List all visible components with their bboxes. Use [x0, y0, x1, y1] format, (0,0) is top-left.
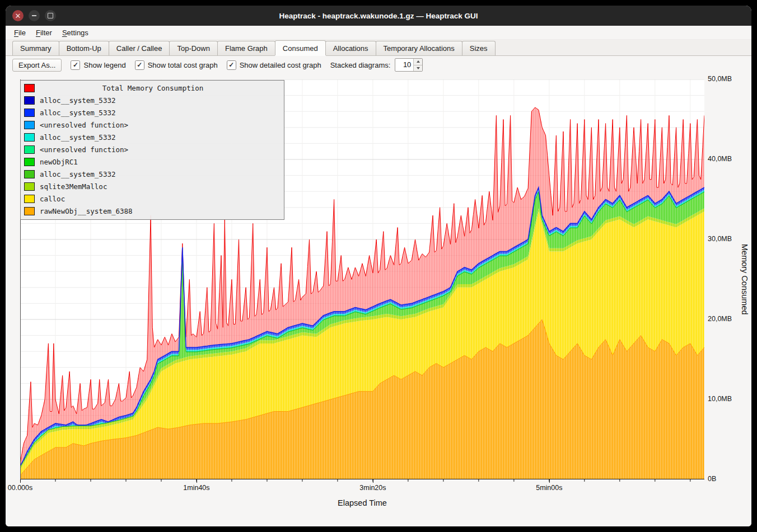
- legend-label: alloc__system_5332: [40, 133, 115, 142]
- legend-item: alloc__system_5332: [21, 106, 284, 119]
- tab-bottom-up[interactable]: Bottom-Up: [59, 41, 109, 55]
- x-axis-title: Elapsed Time: [20, 498, 704, 507]
- legend-swatch: [24, 145, 35, 154]
- memory-consumption-chart[interactable]: Total Memory Consumptionalloc__system_53…: [20, 79, 704, 479]
- titlebar: ✕ Heaptrack - heaptrack.wakunode.1.gz — …: [6, 6, 751, 26]
- x-tick-label: 00.000s: [8, 484, 32, 492]
- tab-sizes[interactable]: Sizes: [462, 41, 496, 55]
- checkbox-label: Show total cost graph: [148, 61, 218, 69]
- y-tick-label: 0B: [708, 475, 716, 483]
- tab-caller-callee[interactable]: Caller / Callee: [109, 41, 170, 55]
- legend-item: alloc__system_5332: [21, 168, 284, 180]
- legend-item: calloc: [21, 192, 284, 205]
- close-icon[interactable]: ✕: [12, 10, 24, 21]
- toolbar-checkboxes: ✓Show legend✓Show total cost graph✓Show …: [71, 60, 321, 70]
- legend-swatch: [24, 109, 35, 117]
- tab-summary[interactable]: Summary: [12, 41, 59, 55]
- legend-title-row: Total Memory Consumption: [21, 82, 284, 94]
- stacked-diagrams-spinner[interactable]: 10: [395, 58, 423, 72]
- menu-settings[interactable]: Settings: [57, 27, 94, 38]
- legend-swatch: [24, 182, 35, 191]
- y-tick-label: 20,0MB: [708, 315, 732, 323]
- x-tick-label: 3min20s: [359, 484, 386, 492]
- menu-file[interactable]: File: [9, 27, 31, 38]
- legend-label: sqlite3MemMalloc: [40, 182, 107, 191]
- spinner-down-icon[interactable]: [414, 65, 422, 72]
- maximize-icon[interactable]: [45, 10, 56, 21]
- y-tick-label: 10,0MB: [708, 395, 732, 403]
- menu-filter[interactable]: Filter: [31, 27, 57, 38]
- legend-item: newObjRC1: [21, 156, 284, 168]
- legend-label: rawNewObj__system_6388: [40, 207, 133, 215]
- spinner-buttons: [413, 59, 422, 71]
- tab-temporary-allocations[interactable]: Temporary Allocations: [376, 41, 462, 55]
- x-tick-label: 1min40s: [183, 484, 209, 492]
- legend-item: <unresolved function>: [21, 143, 284, 156]
- spinner-up-icon[interactable]: [414, 59, 422, 65]
- window-title: Heaptrack - heaptrack.wakunode.1.gz — He…: [6, 12, 751, 20]
- legend-item: rawNewObj__system_6388: [21, 205, 284, 217]
- tab-top-down[interactable]: Top-Down: [169, 41, 218, 55]
- checkbox-show-detailed-cost-graph[interactable]: ✓Show detailed cost graph: [227, 60, 321, 70]
- checkbox-label: Show legend: [83, 61, 125, 69]
- checkbox-show-legend[interactable]: ✓Show legend: [71, 60, 125, 70]
- legend-label: <unresolved function>: [40, 145, 128, 154]
- legend-label: <unresolved function>: [40, 121, 128, 129]
- tab-bar: SummaryBottom-UpCaller / CalleeTop-DownF…: [6, 40, 751, 56]
- legend-swatch: [24, 84, 35, 92]
- legend-title: Total Memory Consumption: [40, 84, 281, 92]
- legend-swatch: [24, 207, 35, 215]
- legend-swatch: [24, 121, 35, 129]
- window-controls: ✕: [12, 6, 56, 26]
- legend-swatch: [24, 96, 35, 105]
- legend-item: <unresolved function>: [21, 119, 284, 131]
- legend-label: newObjRC1: [40, 158, 78, 166]
- tab-flame-graph[interactable]: Flame Graph: [217, 41, 275, 55]
- legend-swatch: [24, 195, 35, 203]
- legend-swatch: [24, 170, 35, 178]
- checkbox-show-total-cost-graph[interactable]: ✓Show total cost graph: [135, 60, 218, 70]
- legend-label: alloc__system_5332: [40, 109, 115, 117]
- legend-label: calloc: [40, 195, 65, 203]
- y-tick-label: 40,0MB: [708, 155, 732, 163]
- stacked-diagrams-label: Stacked diagrams:: [330, 61, 391, 69]
- checkbox-check-icon[interactable]: ✓: [71, 60, 80, 70]
- legend-swatch: [24, 158, 35, 166]
- legend-item: alloc__system_5332: [21, 131, 284, 143]
- legend-label: alloc__system_5332: [40, 96, 115, 105]
- y-tick-label: 30,0MB: [708, 235, 732, 243]
- legend-item: sqlite3MemMalloc: [21, 180, 284, 192]
- spinner-value[interactable]: 10: [395, 59, 413, 71]
- toolbar: Export As... ✓Show legend✓Show total cos…: [6, 56, 751, 74]
- tab-consumed[interactable]: Consumed: [275, 40, 326, 55]
- minimize-icon[interactable]: [29, 10, 40, 21]
- checkbox-label: Show detailed cost graph: [240, 61, 321, 69]
- app-window: ✕ Heaptrack - heaptrack.wakunode.1.gz — …: [6, 6, 751, 526]
- legend-swatch: [24, 133, 35, 142]
- menu-bar: FileFilterSettings: [6, 26, 751, 40]
- legend-label: alloc__system_5332: [40, 170, 115, 178]
- chart-area: Total Memory Consumptionalloc__system_53…: [6, 73, 751, 526]
- tab-allocations[interactable]: Allocations: [325, 41, 376, 55]
- checkbox-check-icon[interactable]: ✓: [135, 60, 144, 70]
- export-as-button[interactable]: Export As...: [12, 59, 62, 72]
- chart-legend: Total Memory Consumptionalloc__system_53…: [20, 80, 284, 220]
- x-tick-label: 5min00s: [536, 484, 562, 492]
- checkbox-check-icon[interactable]: ✓: [227, 60, 236, 70]
- y-axis-title: Memory Consumed: [739, 79, 750, 479]
- legend-item: alloc__system_5332: [21, 94, 284, 106]
- y-tick-label: 50,0MB: [708, 75, 732, 83]
